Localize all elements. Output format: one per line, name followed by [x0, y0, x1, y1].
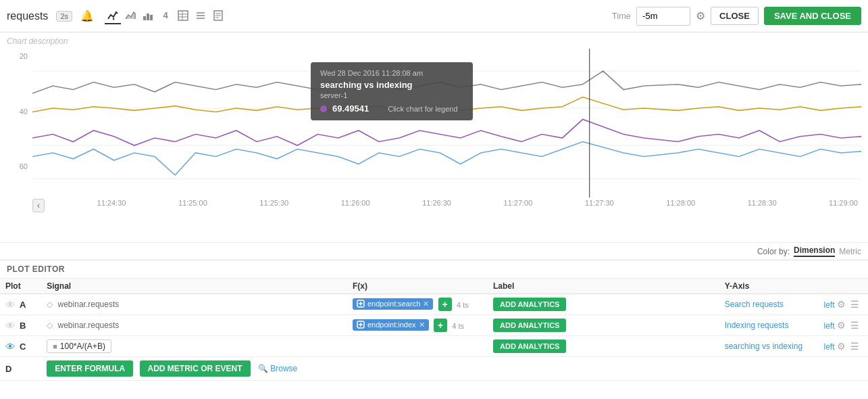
row-b-tag-close[interactable]: ✕ — [419, 321, 425, 329]
x-label-2: 11:25:30 — [259, 199, 288, 212]
row-b-tag[interactable]: endpoint:index ✕ — [353, 319, 429, 331]
time-input[interactable] — [636, 7, 690, 26]
row-a-signal: ◇ webinar.requests — [41, 294, 347, 315]
row-a-add-analytics[interactable]: ADD ANALYTICS — [493, 298, 566, 311]
row-b-yaxis: left ⚙ ☰ — [819, 315, 868, 336]
svg-marker-0 — [113, 18, 115, 20]
formula-icon: ■ — [53, 342, 57, 350]
x-label-0: 11:24:30 — [97, 199, 126, 212]
tag-icon — [357, 300, 365, 308]
row-d-letter: D — [5, 364, 11, 374]
row-d-actions: ENTER FORMULA ADD METRIC OR EVENT 🔍 Brow… — [41, 357, 868, 381]
color-by-label: Color by: — [757, 247, 790, 256]
row-a-tag[interactable]: endpoint:search ✕ — [353, 298, 433, 310]
y-label-40: 40 — [7, 108, 30, 116]
row-a-label-link[interactable]: Search requests — [725, 300, 784, 309]
row-b-add-filter[interactable]: + — [434, 319, 447, 332]
row-a-letter: A — [20, 300, 26, 310]
row-b-list-icon[interactable]: ☰ — [850, 320, 859, 331]
table-row: 👁 A ◇ webinar.requests endpoint:search ✕… — [0, 294, 868, 315]
col-header-plot: Plot — [0, 279, 41, 294]
row-c-formula[interactable]: ■ 100*A/(A+B) — [47, 339, 111, 353]
row-c-eye-icon[interactable]: 👁 — [5, 341, 16, 352]
row-a-gear-icon[interactable]: ⚙ — [837, 299, 846, 310]
plot-editor-title: PLOT EDITOR — [0, 260, 868, 279]
browse-button[interactable]: 🔍 Browse — [258, 364, 297, 373]
note-chart-icon[interactable] — [210, 8, 226, 24]
row-c-label: searching vs indexing — [719, 336, 819, 357]
header-right: Time ⚙ CLOSE SAVE AND CLOSE — [612, 7, 861, 26]
table-header: Plot Signal F(x) Label Y-Axis — [0, 279, 868, 294]
row-b-fx: endpoint:index ✕ + 4 ts — [347, 315, 488, 336]
table-row-d: D ENTER FORMULA ADD METRIC OR EVENT 🔍 Br… — [0, 357, 868, 381]
row-c-add-analytics[interactable]: ADD ANALYTICS — [493, 339, 566, 353]
row-c-gear-icon[interactable]: ⚙ — [837, 341, 846, 352]
row-a-eye-icon[interactable]: 👁 — [5, 299, 16, 310]
row-c-label-cell: ADD ANALYTICS — [488, 336, 719, 357]
x-label-9: 11:29:00 — [829, 199, 858, 212]
row-a-tag-close[interactable]: ✕ — [423, 300, 429, 308]
bar-chart-icon[interactable] — [140, 8, 156, 24]
row-b-gear-icon[interactable]: ⚙ — [837, 320, 846, 331]
row-a-label-cell: ADD ANALYTICS — [488, 294, 719, 315]
chart-container[interactable]: 60 40 20 Wed 28 Dec 2016 11:28:08 am — [7, 49, 861, 221]
enter-formula-button[interactable]: ENTER FORMULA — [47, 360, 133, 377]
add-metric-button[interactable]: ADD METRIC OR EVENT — [140, 360, 251, 377]
col-header-yaxis: Y-Axis — [719, 279, 819, 294]
close-button[interactable]: CLOSE — [711, 7, 759, 25]
row-a-list-icon[interactable]: ☰ — [850, 299, 859, 310]
x-label-1: 11:25:00 — [178, 199, 207, 212]
x-label-3: 11:26:00 — [341, 199, 370, 212]
row-c-plot: 👁 C — [0, 336, 41, 357]
row-b-letter: B — [20, 321, 26, 331]
row-a-yaxis: left ⚙ ☰ — [819, 294, 868, 315]
col-header-fx: F(x) — [347, 279, 488, 294]
table-chart-icon[interactable] — [175, 8, 191, 24]
line-chart-icon[interactable] — [105, 8, 121, 24]
row-a-ts: 4 ts — [457, 301, 469, 309]
col-header-label: Label — [488, 279, 719, 294]
refresh-badge: 2s — [56, 11, 72, 22]
save-close-button[interactable]: SAVE AND CLOSE — [764, 7, 861, 25]
color-by-dimension[interactable]: Dimension — [794, 245, 835, 257]
row-b-label-link[interactable]: Indexing requests — [725, 321, 789, 330]
table-row: 👁 B ◇ webinar.requests endpoint:index ✕ … — [0, 315, 868, 336]
row-b-eye-icon[interactable]: 👁 — [5, 320, 16, 331]
color-by-row: Color by: Dimension Metric — [0, 242, 868, 260]
y-label-60: 60 — [7, 162, 30, 170]
row-b-yaxis-link[interactable]: left — [824, 321, 835, 331]
bell-icon[interactable]: 🔔 — [78, 8, 97, 24]
row-c-label-link[interactable]: searching vs indexing — [725, 342, 802, 351]
area-chart-icon[interactable] — [122, 8, 138, 24]
time-label: Time — [612, 11, 631, 21]
settings-icon[interactable]: ⚙ — [696, 9, 705, 22]
chart-svg[interactable] — [32, 49, 861, 197]
col-header-actions — [819, 279, 868, 294]
row-c-list-icon[interactable]: ☰ — [850, 341, 859, 352]
number-chart-icon[interactable]: 4 — [157, 8, 174, 24]
svg-rect-4 — [178, 11, 188, 20]
row-c-formula-text: 100*A/(A+B) — [60, 342, 105, 351]
list-chart-icon[interactable] — [193, 8, 209, 24]
row-a-add-filter[interactable]: + — [438, 298, 452, 311]
row-d-plot: D — [0, 357, 41, 381]
row-b-plot: 👁 B — [0, 315, 41, 336]
row-c-signal: ■ 100*A/(A+B) — [41, 336, 488, 357]
chart-type-icons: 4 — [105, 8, 226, 24]
row-b-add-analytics[interactable]: ADD ANALYTICS — [493, 319, 566, 332]
row-b-ts: 4 ts — [452, 322, 464, 330]
x-label-6: 11:27:30 — [585, 199, 614, 212]
x-label-4: 11:26:30 — [422, 199, 451, 212]
color-by-metric[interactable]: Metric — [839, 247, 861, 256]
x-label-7: 11:28:00 — [666, 199, 695, 212]
col-header-signal: Signal — [41, 279, 347, 294]
plot-table: Plot Signal F(x) Label Y-Axis 👁 A ◇ — [0, 279, 868, 381]
chart-nav-left[interactable]: ‹ — [32, 199, 45, 212]
y-label-20: 20 — [7, 52, 30, 60]
search-icon: 🔍 — [258, 364, 268, 373]
row-a-yaxis-link[interactable]: left — [824, 300, 835, 310]
row-c-yaxis-link[interactable]: left — [824, 342, 835, 352]
row-b-label-cell: ADD ANALYTICS — [488, 315, 719, 336]
y-axis-labels: 60 40 20 — [7, 49, 30, 170]
row-b-label: Indexing requests — [719, 315, 819, 336]
